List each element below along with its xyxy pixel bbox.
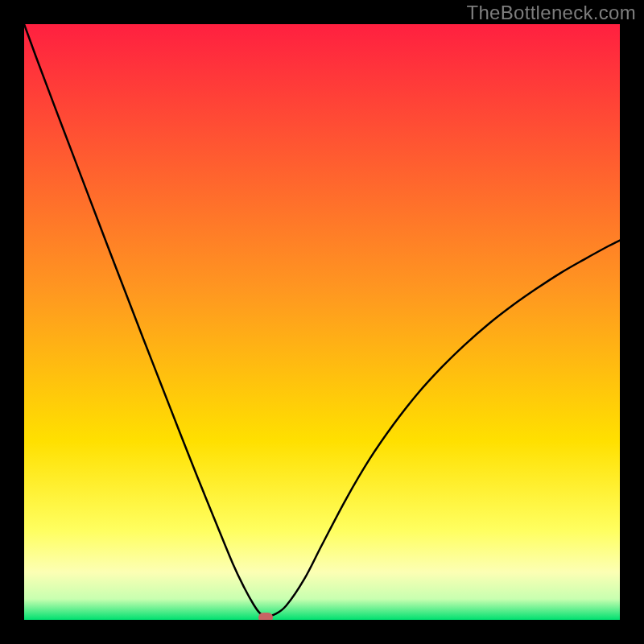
chart-frame: TheBottleneck.com <box>0 0 644 644</box>
watermark-text: TheBottleneck.com <box>466 2 636 24</box>
plot-area <box>24 24 620 620</box>
gradient-rect <box>24 24 620 620</box>
chart-svg <box>24 24 620 620</box>
